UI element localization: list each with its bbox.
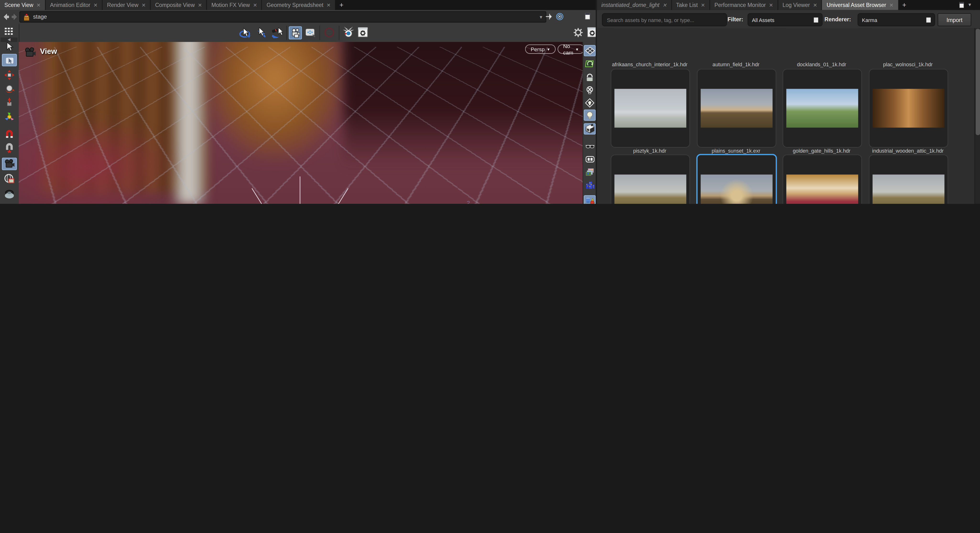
radial-menu-icon[interactable] [556, 13, 564, 21]
normal-lighting-icon[interactable] [584, 110, 596, 121]
import-button[interactable]: Import [938, 13, 971, 26]
add-tab-button[interactable]: + [899, 0, 910, 10]
tab-take-list[interactable]: Take List✕ [672, 0, 710, 10]
view-camera-icon[interactable] [2, 158, 17, 170]
reference-plane-icon[interactable] [584, 45, 596, 56]
chevron-down-icon: ▼ [547, 47, 550, 51]
dome-light-wireframe[interactable] [181, 169, 419, 204]
snap-magnet-icon[interactable] [2, 128, 17, 140]
asset-card[interactable] [783, 155, 862, 204]
tab-performance-monitor[interactable]: Performance Monitor✕ [710, 0, 778, 10]
split-view-icon[interactable] [584, 154, 596, 165]
multi-snap-icon[interactable] [2, 141, 17, 154]
translate-tool-icon[interactable] [2, 69, 17, 81]
close-icon[interactable]: ✕ [701, 2, 705, 8]
renderer-dropdown[interactable]: Karma [858, 13, 935, 26]
asset-card[interactable] [869, 69, 948, 148]
asset-card-selected[interactable] [696, 154, 777, 204]
rotate-tool-icon[interactable] [2, 83, 17, 95]
close-icon[interactable]: ✕ [198, 2, 202, 8]
secure-selection-icon[interactable] [2, 54, 17, 66]
pane-maximize-icon[interactable] [958, 1, 965, 9]
stage-icon [22, 13, 30, 21]
close-icon[interactable]: ✕ [142, 2, 146, 8]
uv-view-icon[interactable] [584, 58, 596, 69]
close-icon[interactable]: ✕ [769, 2, 773, 8]
tab-geometry-spreadsheet[interactable]: Geometry Spreadsheet✕ [262, 0, 335, 10]
null-indicator-icon[interactable] [324, 27, 335, 38]
display-options-column [582, 42, 597, 204]
projection-menu[interactable]: Persp▼ [525, 45, 556, 54]
pane-menu-chevron-icon[interactable]: ▼ [967, 2, 972, 7]
asset-card[interactable] [611, 155, 690, 204]
viewport-toolbar [19, 24, 597, 42]
tab-render-view[interactable]: Render View✕ [103, 0, 150, 10]
cameras-button[interactable] [289, 26, 302, 40]
tab-animation-editor[interactable]: Animation Editor✕ [46, 0, 102, 10]
asset-card[interactable] [869, 155, 948, 204]
camera-menu[interactable]: No cam▼ [558, 45, 583, 54]
select-mode-icon[interactable] [2, 40, 17, 53]
filter-dropdown[interactable]: All Assets [748, 13, 823, 26]
asset-name: afrikaans_church_interior_1k.hdr [607, 61, 692, 68]
frame-view-icon[interactable] [304, 27, 317, 39]
scrollbar-thumb[interactable] [976, 29, 980, 135]
background-image-icon[interactable] [584, 166, 596, 178]
lock-camera-icon[interactable] [584, 72, 596, 83]
pane-layout-icon[interactable] [584, 12, 591, 21]
asset-scrollbar[interactable] [975, 10, 980, 204]
filter-label: Filter: [728, 16, 743, 22]
handles-tool-icon[interactable] [2, 110, 17, 123]
select-tool-icon[interactable] [255, 27, 267, 39]
vertical-splitter[interactable] [596, 0, 597, 204]
settings-gear-icon[interactable] [573, 27, 584, 38]
houdini-window: Scene View✕ Animation Editor✕ Render Vie… [0, 0, 980, 204]
close-icon[interactable]: ✕ [37, 2, 41, 8]
asset-card[interactable] [783, 69, 862, 148]
display-options-icon[interactable] [357, 26, 369, 38]
close-icon[interactable]: ✕ [253, 2, 257, 8]
viewport-title: View [40, 47, 57, 56]
nav-forward-icon[interactable] [10, 12, 19, 22]
tab-universal-asset-browser[interactable]: Universal Asset Browser✕ [822, 0, 898, 10]
move-camera-tool-icon[interactable] [271, 27, 283, 39]
path-dropdown-icon[interactable]: ▼ [539, 14, 543, 19]
close-icon[interactable]: ✕ [663, 2, 667, 8]
tab-instantiated-dome-light[interactable]: instantiated_dome_light✕ [597, 0, 671, 10]
display-primitives-icon[interactable] [584, 195, 596, 204]
path-field[interactable]: stage ▼ [19, 11, 546, 22]
asset-name: industrial_wooden_attic_1k.hdr [865, 148, 951, 155]
tab-motion-fx-view[interactable]: Motion FX View✕ [207, 0, 261, 10]
tab-composite-view[interactable]: Composite View✕ [151, 0, 207, 10]
path-value: stage [33, 14, 47, 20]
shading-quality-icon[interactable] [584, 123, 596, 134]
chevron-down-icon: ▼ [575, 47, 579, 51]
link-pin-icon[interactable] [545, 13, 553, 21]
close-icon[interactable]: ✕ [813, 2, 817, 8]
search-input[interactable] [602, 13, 727, 26]
tab-scene-view[interactable]: Scene View✕ [0, 0, 45, 10]
apps-grid-icon[interactable] [3, 26, 14, 37]
scene-geometry-icon[interactable] [584, 180, 596, 191]
asset-card[interactable] [697, 69, 776, 148]
zoom-loupe-icon[interactable] [2, 188, 17, 200]
scene-viewport[interactable]: 1 -1 2 [19, 42, 582, 204]
flipbook-capture-icon[interactable] [342, 26, 355, 38]
asset-name: pisztyk_1k.hdr [607, 148, 692, 155]
stereo-glasses-icon[interactable] [584, 140, 596, 152]
headlight-icon[interactable] [584, 97, 596, 108]
asset-browser-toolbar: Filter: All Assets Renderer: Karma Impor… [597, 10, 980, 28]
close-icon[interactable]: ✕ [94, 2, 98, 8]
asset-name: docklands_01_1k.hdr [779, 61, 864, 68]
asset-card[interactable] [611, 69, 690, 148]
set-view-globe-icon[interactable] [2, 173, 17, 185]
dropdown-indicator-icon [814, 17, 818, 22]
view-tool-icon[interactable] [239, 27, 251, 39]
right-pane-tab-bar: instantiated_dome_light✕ Take List✕ Perf… [597, 0, 980, 10]
add-tab-button[interactable]: + [336, 0, 347, 10]
no-lighting-icon[interactable] [584, 85, 596, 96]
close-icon[interactable]: ✕ [326, 2, 331, 8]
pull-tool-icon[interactable] [2, 96, 17, 109]
tab-log-viewer[interactable]: Log Viewer✕ [778, 0, 821, 10]
close-icon[interactable]: ✕ [889, 2, 894, 8]
